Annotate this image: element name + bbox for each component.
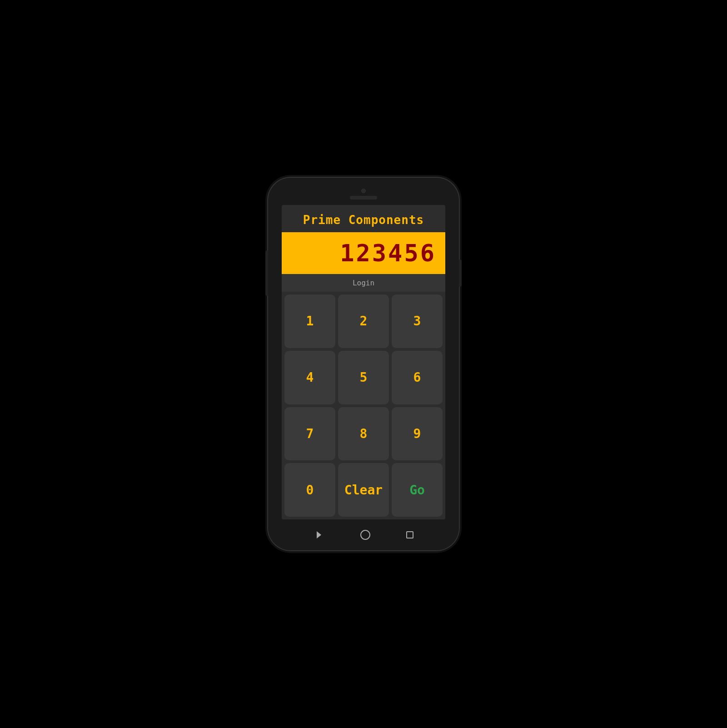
camera-icon <box>361 189 366 193</box>
key-4[interactable]: 4 <box>284 351 335 404</box>
key-9[interactable]: 9 <box>392 407 443 461</box>
phone-device: Prime Components 123456 Login 1 2 3 4 5 … <box>268 178 459 550</box>
clear-button[interactable]: Clear <box>338 463 389 517</box>
key-8[interactable]: 8 <box>338 407 389 461</box>
display-number: 123456 <box>291 239 436 267</box>
phone-top-bar <box>268 178 459 205</box>
recents-button[interactable] <box>406 531 413 539</box>
phone-bottom-bar <box>268 519 459 550</box>
display-area: 123456 <box>282 232 445 274</box>
key-6[interactable]: 6 <box>392 351 443 404</box>
key-7[interactable]: 7 <box>284 407 335 461</box>
back-button[interactable] <box>314 529 324 540</box>
key-5[interactable]: 5 <box>338 351 389 404</box>
keypad: 1 2 3 4 5 6 7 8 9 0 Clear Go <box>282 292 445 519</box>
login-label: Login <box>353 279 374 287</box>
screen: Prime Components 123456 Login 1 2 3 4 5 … <box>282 205 445 519</box>
login-row: Login <box>282 274 445 292</box>
app-title: Prime Components <box>282 205 445 232</box>
key-1[interactable]: 1 <box>284 294 335 348</box>
key-3[interactable]: 3 <box>392 294 443 348</box>
speaker-icon <box>350 196 377 199</box>
home-button[interactable] <box>360 530 370 540</box>
key-0[interactable]: 0 <box>284 463 335 517</box>
go-button[interactable]: Go <box>392 463 443 517</box>
key-2[interactable]: 2 <box>338 294 389 348</box>
